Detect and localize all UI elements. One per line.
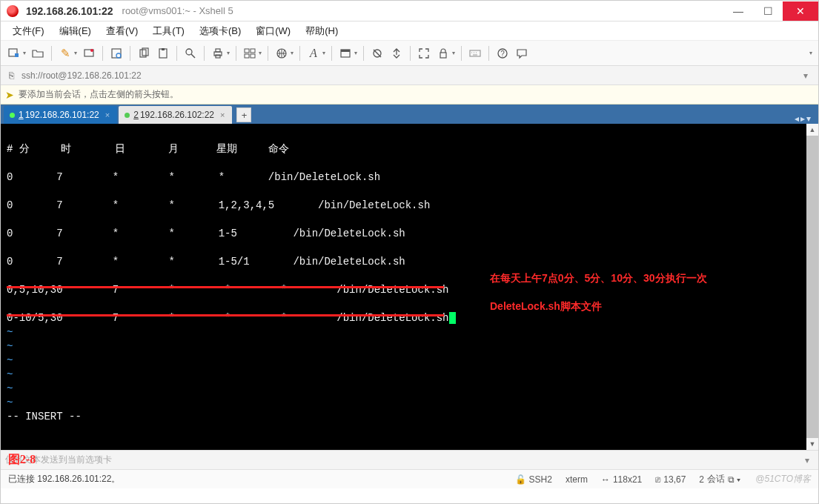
title-rest: root@vms001:~ - Xshell 5 bbox=[122, 5, 233, 16]
scroll-down-icon[interactable]: ▼ bbox=[806, 438, 818, 450]
keyboard-icon[interactable] bbox=[466, 44, 484, 62]
paste-icon[interactable] bbox=[154, 44, 172, 62]
tab-close-icon[interactable]: × bbox=[220, 110, 225, 119]
tab-label: 192.168.26.102:22 bbox=[140, 110, 214, 120]
svg-rect-14 bbox=[216, 55, 220, 58]
properties-icon[interactable] bbox=[107, 44, 125, 62]
encoding-icon[interactable] bbox=[273, 44, 291, 62]
help-icon[interactable]: ? bbox=[494, 44, 511, 62]
svg-rect-17 bbox=[245, 54, 249, 58]
close-button[interactable]: ✕ bbox=[783, 1, 818, 21]
session-tab-bar: 1 192.168.26.101:22 × 2 192.168.26.102:2… bbox=[1, 105, 818, 124]
address-bar: ⎘ ssh://root@192.168.26.101:22 ▾ bbox=[1, 66, 818, 85]
tab-next-icon[interactable]: ▸ bbox=[800, 113, 805, 124]
svg-rect-9 bbox=[162, 48, 165, 50]
bookmark-icon[interactable]: ⎘ bbox=[5, 70, 17, 81]
menu-tabs[interactable]: 选项卡(B) bbox=[193, 22, 247, 40]
toolbar: ▾ ✎ ▾ ▾ ▾ ▾ A ▾ ▾ ▾ ? ▾ bbox=[1, 41, 818, 66]
menu-tools[interactable]: 工具(T) bbox=[147, 22, 190, 40]
reconnect-icon[interactable]: ✎ bbox=[56, 44, 74, 62]
address-url[interactable]: ssh://root@192.168.26.101:22 bbox=[21, 70, 798, 81]
svg-rect-15 bbox=[245, 49, 249, 53]
underline-annotation bbox=[7, 314, 444, 316]
session-tab-1[interactable]: 1 192.168.26.101:22 × bbox=[4, 106, 117, 124]
add-tab-button[interactable]: + bbox=[236, 107, 251, 122]
dropdown-icon[interactable]: ▾ bbox=[322, 50, 325, 56]
dropdown-icon[interactable]: ▾ bbox=[227, 50, 230, 56]
tilde-line: ~ bbox=[7, 354, 13, 366]
search-icon[interactable] bbox=[182, 44, 199, 62]
tilde-line: ~ bbox=[7, 368, 13, 380]
lock-icon[interactable] bbox=[434, 44, 452, 62]
menu-view[interactable]: 查看(V) bbox=[100, 22, 144, 40]
svg-point-10 bbox=[186, 49, 192, 55]
status-protocol: 🔓 SSH2 bbox=[515, 474, 552, 485]
send-dropdown-icon[interactable]: ▾ bbox=[800, 455, 814, 465]
dropdown-icon[interactable]: ▾ bbox=[354, 50, 357, 56]
svg-point-3 bbox=[90, 49, 93, 52]
svg-rect-1 bbox=[15, 53, 19, 57]
session-manager-icon[interactable] bbox=[368, 44, 386, 62]
layout-icon[interactable] bbox=[241, 44, 259, 62]
tilde-line: ~ bbox=[7, 326, 13, 338]
maximize-button[interactable]: ☐ bbox=[753, 1, 783, 21]
titlebar: 192.168.26.101:22 root@vms001:~ - Xshell… bbox=[1, 1, 818, 21]
svg-rect-21 bbox=[341, 50, 350, 52]
scroll-thumb[interactable] bbox=[806, 136, 818, 438]
svg-rect-25 bbox=[470, 50, 480, 56]
tab-menu-icon[interactable]: ▾ bbox=[806, 113, 811, 124]
cron-row: 0 7 * * 1-5 /bin/DeleteLock.sh bbox=[7, 228, 405, 239]
new-session-icon[interactable] bbox=[5, 44, 23, 62]
address-dropdown-icon[interactable]: ▾ bbox=[798, 70, 814, 81]
tab-nav-icons: ◂ ▸ ▾ bbox=[795, 113, 815, 124]
open-session-icon[interactable] bbox=[29, 44, 47, 62]
send-input[interactable]: 仅将文本发送到当前选项卡 bbox=[5, 454, 800, 466]
menu-window[interactable]: 窗口(W) bbox=[250, 22, 296, 40]
infobar-text: 要添加当前会话，点击左侧的箭头按钮。 bbox=[19, 88, 179, 101]
session-tab-2[interactable]: 2 192.168.26.102:22 × bbox=[119, 106, 232, 124]
toolbar-overflow-icon[interactable]: ▾ bbox=[809, 50, 812, 56]
window-buttons: — ☐ ✕ bbox=[723, 1, 818, 21]
dropdown-icon[interactable]: ▾ bbox=[452, 50, 455, 56]
terminal-scrollbar[interactable]: ▲ ▼ bbox=[806, 124, 818, 450]
vim-mode: -- INSERT -- bbox=[7, 411, 82, 422]
dropdown-icon[interactable]: ▾ bbox=[259, 50, 262, 56]
svg-line-11 bbox=[191, 54, 195, 58]
dropdown-icon[interactable]: ▾ bbox=[23, 50, 26, 56]
info-arrow-icon[interactable]: ➤ bbox=[5, 89, 14, 101]
dropdown-icon[interactable]: ▾ bbox=[74, 50, 77, 56]
status-pos: ⎚ 13,67 bbox=[655, 474, 686, 485]
font-icon[interactable]: A bbox=[305, 44, 322, 62]
menu-edit[interactable]: 编辑(E) bbox=[53, 22, 97, 40]
infobar: ➤ 要添加当前会话，点击左侧的箭头按钮。 bbox=[1, 85, 818, 105]
tab-close-icon[interactable]: × bbox=[105, 110, 110, 119]
feedback-icon[interactable] bbox=[513, 44, 531, 62]
menu-file[interactable]: 文件(F) bbox=[7, 22, 50, 40]
dropdown-icon[interactable]: ▾ bbox=[291, 50, 294, 56]
disconnect-icon[interactable] bbox=[80, 44, 98, 62]
minimize-button[interactable]: — bbox=[723, 1, 753, 21]
status-termtype: xterm bbox=[566, 474, 588, 485]
copy-icon[interactable] bbox=[135, 44, 153, 62]
tab-prev-icon[interactable]: ◂ bbox=[795, 113, 799, 124]
tab-number: 1 bbox=[19, 110, 24, 120]
svg-rect-16 bbox=[251, 49, 255, 53]
status-connection: 已连接 192.168.26.101:22。 bbox=[8, 473, 502, 485]
transfer-icon[interactable] bbox=[388, 44, 405, 62]
cron-row: 0 7 * * 1-5/1 /bin/DeleteLock.sh bbox=[7, 256, 405, 268]
annotation-line2: DeleteLock.sh脚本文件 bbox=[490, 300, 602, 314]
svg-rect-18 bbox=[251, 54, 255, 58]
fullscreen-icon[interactable] bbox=[415, 44, 433, 62]
color-scheme-icon[interactable] bbox=[336, 44, 354, 62]
menubar: 文件(F) 编辑(E) 查看(V) 工具(T) 选项卡(B) 窗口(W) 帮助(… bbox=[1, 21, 818, 41]
figure-label: 图2-8 bbox=[8, 452, 36, 468]
scroll-up-icon[interactable]: ▲ bbox=[806, 124, 818, 136]
tilde-line: ~ bbox=[7, 340, 13, 352]
svg-rect-24 bbox=[440, 53, 446, 58]
status-sessions: 2 会话 ⧉ ▾ bbox=[699, 473, 740, 485]
menu-help[interactable]: 帮助(H) bbox=[299, 22, 344, 40]
status-bar: 已连接 192.168.26.101:22。 🔓 SSH2 xterm ↔ 11… bbox=[1, 469, 818, 488]
terminal-area[interactable]: # 分 时 日 月 星期 命令 0 7 * * * /bin/DeleteLoc… bbox=[1, 124, 818, 450]
app-icon bbox=[7, 5, 19, 17]
print-icon[interactable] bbox=[209, 44, 227, 62]
